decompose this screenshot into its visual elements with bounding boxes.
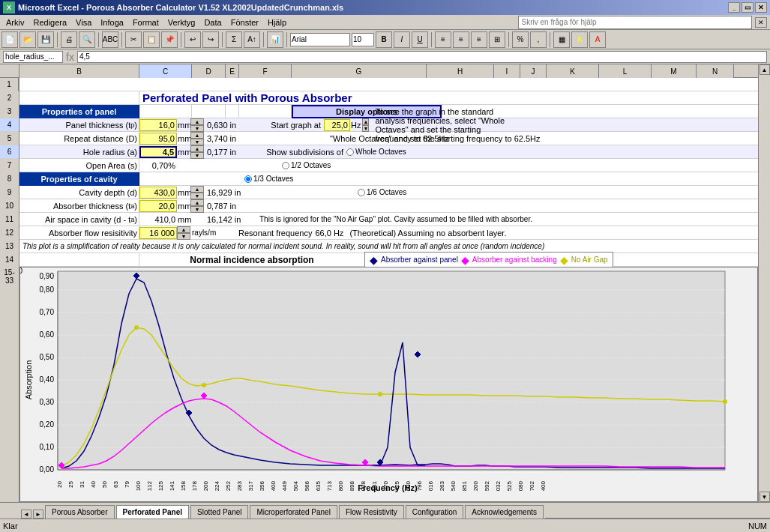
- menu-verktyg[interactable]: Verktyg: [163, 16, 200, 28]
- menu-redigera[interactable]: Redigera: [28, 16, 71, 28]
- col-header-e[interactable]: E: [226, 64, 239, 78]
- spinner-up-r12[interactable]: ▲: [177, 226, 190, 233]
- radio-sixth-octaves[interactable]: [358, 189, 365, 196]
- help-search-input[interactable]: [518, 16, 752, 29]
- hole-radius-value[interactable]: 4,5: [139, 146, 177, 158]
- col-header-l[interactable]: L: [599, 64, 652, 78]
- tab-scroll-right[interactable]: ►: [33, 510, 43, 519]
- name-box[interactable]: [3, 51, 63, 63]
- italic-button[interactable]: I: [394, 31, 410, 48]
- panel-thickness-value[interactable]: 16,0: [139, 119, 177, 131]
- tab-configuration[interactable]: Configuration: [406, 505, 463, 519]
- r10-spinner[interactable]: ▲ ▼: [190, 199, 204, 213]
- spinner-down-r4[interactable]: ▼: [190, 125, 204, 132]
- radio-third-octaves[interactable]: [244, 175, 252, 183]
- tab-scroll-left[interactable]: ◄: [21, 510, 31, 519]
- col-header-d[interactable]: D: [192, 64, 226, 78]
- tab-slotted-panel[interactable]: Slotted Panel: [190, 505, 249, 519]
- absorber-thickness-value[interactable]: 20,0: [139, 200, 177, 212]
- paste-button[interactable]: 📌: [161, 31, 178, 48]
- menu-arkiv[interactable]: Arkiv: [1, 16, 28, 28]
- align-center[interactable]: ≡: [453, 31, 469, 48]
- minimize-button[interactable]: _: [728, 2, 740, 13]
- close-button[interactable]: ✕: [755, 2, 767, 13]
- menu-infoga[interactable]: Infoga: [96, 16, 128, 28]
- chart-button[interactable]: 📊: [267, 31, 283, 48]
- preview-button[interactable]: 🔍: [79, 31, 95, 48]
- col-header-i[interactable]: I: [494, 64, 520, 78]
- align-right[interactable]: ≡: [471, 31, 487, 48]
- radio-half-octaves[interactable]: [282, 162, 289, 169]
- restore-button[interactable]: ▭: [742, 2, 754, 13]
- spinner-down-sg[interactable]: ▼: [362, 125, 369, 132]
- col-header-j[interactable]: J: [520, 64, 547, 78]
- spinner-up-r4[interactable]: ▲: [190, 118, 204, 125]
- col-header-c[interactable]: C: [139, 64, 192, 78]
- spinner-up-r5[interactable]: ▲: [190, 132, 204, 139]
- sum-button[interactable]: Σ: [226, 31, 242, 48]
- spell-button[interactable]: ABC: [102, 31, 118, 48]
- spinner-up-r6[interactable]: ▲: [190, 145, 204, 152]
- align-left[interactable]: ≡: [435, 31, 451, 48]
- copy-button[interactable]: 📋: [143, 31, 160, 48]
- r9-spinner[interactable]: ▲ ▼: [190, 186, 204, 199]
- open-button[interactable]: 📂: [19, 31, 36, 48]
- bold-button[interactable]: B: [376, 31, 392, 48]
- menu-data[interactable]: Data: [199, 16, 226, 28]
- fill-color[interactable]: A: [571, 31, 588, 48]
- col-header-f[interactable]: F: [239, 64, 292, 78]
- start-graph-spinner[interactable]: ▲ ▼: [362, 118, 369, 132]
- scroll-up-button[interactable]: ▲: [760, 64, 770, 75]
- menu-fonster[interactable]: Fönster: [226, 16, 263, 28]
- repeat-distance-value[interactable]: 95,0: [139, 133, 177, 145]
- col-header-k[interactable]: K: [547, 64, 599, 78]
- col-header-m[interactable]: M: [652, 64, 697, 78]
- r6-spinner[interactable]: ▲ ▼: [190, 145, 204, 159]
- spinner-down-r5[interactable]: ▼: [190, 139, 204, 145]
- r4-spinner[interactable]: ▲ ▼: [190, 118, 204, 132]
- cavity-depth-value[interactable]: 430,0: [139, 187, 177, 199]
- flow-resistivity-value[interactable]: 16 000: [139, 227, 177, 239]
- tab-microperforated-panel[interactable]: Microperforated Panel: [250, 505, 337, 519]
- sort-asc[interactable]: A↑: [244, 31, 260, 48]
- col-header-b[interactable]: B: [19, 64, 139, 78]
- spinner-down-r10[interactable]: ▼: [190, 206, 204, 213]
- tab-porous-absorber[interactable]: Porous Absorber: [45, 505, 115, 519]
- menu-visa[interactable]: Visa: [71, 16, 96, 28]
- r12-spinner[interactable]: ▲ ▼: [177, 226, 190, 240]
- radio-whole-octaves[interactable]: [346, 148, 354, 156]
- percent-button[interactable]: %: [512, 31, 529, 48]
- merge-center[interactable]: ⊞: [489, 31, 505, 48]
- new-button[interactable]: 📄: [1, 31, 18, 48]
- spinner-up-r10[interactable]: ▲: [190, 199, 204, 206]
- print-button[interactable]: 🖨: [61, 31, 77, 48]
- font-size-selector[interactable]: [352, 33, 374, 46]
- redo-button[interactable]: ↪: [202, 31, 219, 48]
- col-header-n[interactable]: N: [697, 64, 734, 78]
- menu-format[interactable]: Format: [128, 16, 163, 28]
- tab-perforated-panel[interactable]: Perforated Panel: [116, 505, 189, 519]
- spinner-down-r9[interactable]: ▼: [190, 193, 204, 199]
- save-button[interactable]: 💾: [37, 31, 54, 48]
- tab-flow-resistivity[interactable]: Flow Resistivity: [339, 505, 404, 519]
- spinner-down-r6[interactable]: ▼: [190, 152, 204, 159]
- col-header-h[interactable]: H: [427, 64, 494, 78]
- spinner-down-r12[interactable]: ▼: [177, 233, 190, 240]
- font-color[interactable]: A: [589, 31, 606, 48]
- comma-button[interactable]: ,: [530, 31, 547, 48]
- formula-input[interactable]: [77, 51, 767, 63]
- spinner-up-sg[interactable]: ▲: [362, 118, 369, 125]
- help-close[interactable]: ✕: [755, 17, 767, 28]
- border-button[interactable]: ▦: [553, 31, 570, 48]
- vertical-scrollbar[interactable]: ▲ ▼: [758, 64, 770, 502]
- menu-hjalp[interactable]: Hjälp: [263, 16, 291, 28]
- underline-button[interactable]: U: [412, 31, 428, 48]
- tab-acknowledgements[interactable]: Acknowledgements: [465, 505, 544, 519]
- col-header-g[interactable]: G: [292, 64, 427, 78]
- undo-button[interactable]: ↩: [184, 31, 201, 48]
- r5-spinner[interactable]: ▲ ▼: [190, 132, 204, 145]
- spinner-up-r9[interactable]: ▲: [190, 186, 204, 193]
- font-selector[interactable]: [290, 33, 350, 46]
- scroll-down-button[interactable]: ▼: [760, 492, 770, 502]
- start-graph-value[interactable]: 25,0: [324, 119, 350, 131]
